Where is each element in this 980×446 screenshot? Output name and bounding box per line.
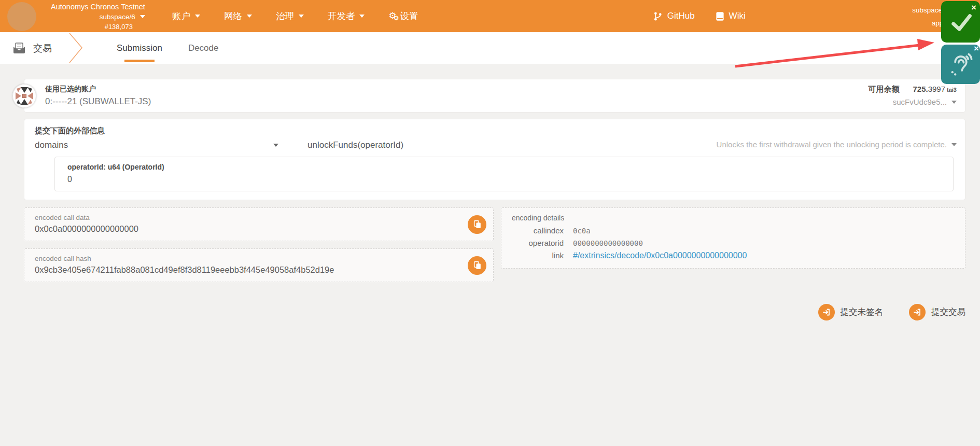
- hearing-icon: [947, 51, 974, 78]
- github-label: GitHub: [667, 11, 695, 21]
- balance-unit: tai3: [947, 87, 957, 93]
- param-value-input[interactable]: 0: [67, 175, 943, 184]
- caret-down-icon: [951, 143, 957, 146]
- extrinsic-section-label: 提交下面的外部信息: [35, 126, 957, 136]
- encoded-call-hash-value: 0x9cb3e405e674211fab88a081cd49ef8f3d8119…: [35, 265, 460, 275]
- encoded-column: encoded call data 0x0c0a0000000000000000…: [24, 207, 494, 282]
- caret-down-icon: [299, 15, 304, 18]
- runtime-label: subspace/6: [100, 12, 135, 22]
- encoding-details-box: encoding details callindex 0c0a operator…: [501, 207, 965, 269]
- copy-call-data-button[interactable]: [468, 215, 486, 234]
- nav-label: 设置: [400, 10, 418, 22]
- decode-link[interactable]: #/extrinsics/decode/0x0c0a00000000000000…: [573, 251, 747, 260]
- copy-call-hash-button[interactable]: [468, 256, 486, 275]
- encoded-call-data-box: encoded call data 0x0c0a0000000000000000: [24, 207, 494, 241]
- balance-fraction: 3997: [928, 85, 945, 93]
- section-label: 交易: [33, 42, 52, 54]
- tab-bar: 交易 Submission Decode: [0, 32, 980, 64]
- encoded-call-data-value: 0x0c0a0000000000000000: [35, 224, 460, 234]
- git-branch-icon: [653, 11, 663, 21]
- tab-submission[interactable]: Submission: [104, 32, 175, 64]
- submit-unsigned-button[interactable]: 提交未签名: [818, 304, 884, 320]
- chain-info[interactable]: Autonomys Chronos Testnet subspace/6 #13…: [51, 1, 145, 32]
- balance-integer: 725.: [913, 85, 928, 93]
- encoded-call-hash-label: encoded call hash: [35, 255, 460, 262]
- account-address-dropdown[interactable]: sucFvUdc9e5...: [893, 97, 957, 106]
- account-label: 使用已选的账户: [45, 85, 151, 94]
- method-description-dropdown[interactable]: Unlocks the first withdrawal given the u…: [717, 140, 957, 149]
- tab-label: Decode: [188, 43, 219, 53]
- close-icon[interactable]: ×: [971, 3, 976, 12]
- caret-down-icon: [247, 15, 252, 18]
- param-box: operatorId: u64 (OperatorId) 0: [54, 157, 954, 191]
- caret-down-icon: [951, 101, 957, 104]
- account-name: 0:-----21 (SUBWALLET-JS): [45, 96, 151, 107]
- account-info: 使用已选的账户 0:-----21 (SUBWALLET-JS): [45, 85, 151, 107]
- signin-icon: [818, 304, 835, 320]
- external-links: GitHub Wiki: [653, 11, 746, 21]
- nav-item-settings[interactable]: ⚙⚙ 设置: [388, 10, 418, 22]
- pallet-value: domains: [35, 140, 68, 150]
- runtime-version[interactable]: subspace/6: [100, 12, 145, 22]
- method-description: Unlocks the first withdrawal given the u…: [717, 140, 947, 149]
- caret-down-icon: [359, 15, 365, 18]
- github-link[interactable]: GitHub: [653, 11, 695, 21]
- balance-value: 725.3997tai3: [913, 85, 957, 93]
- gears-icon: ⚙⚙: [388, 10, 396, 22]
- nav-item-developer[interactable]: 开发者: [328, 10, 365, 22]
- signin-icon: [909, 304, 926, 320]
- detail-value-operatorid: 0000000000000000: [573, 239, 955, 247]
- nav-item-accounts[interactable]: 账户: [172, 10, 200, 22]
- main-content: 使用已选的账户 0:-----21 (SUBWALLET-JS) 可用余额 72…: [0, 64, 980, 320]
- pallet-select[interactable]: domains: [35, 140, 278, 150]
- nav-label: 网络: [224, 10, 242, 22]
- detail-value-callindex: 0c0a: [573, 227, 955, 235]
- submit-actions: 提交未签名 提交交易: [0, 304, 965, 320]
- nav-label: 治理: [276, 10, 294, 22]
- nav-label: 开发者: [328, 10, 355, 22]
- account-identicon[interactable]: [12, 84, 36, 108]
- detail-key-operatorid: operatorid: [512, 239, 564, 247]
- submit-unsigned-label: 提交未签名: [841, 306, 884, 318]
- tab-label: Submission: [117, 43, 162, 53]
- submit-transaction-label: 提交交易: [931, 306, 965, 318]
- method-value: unlockFunds(operatorId): [307, 140, 403, 150]
- encoded-outputs: encoded call data 0x0c0a0000000000000000…: [24, 207, 965, 282]
- copy-icon: [473, 220, 482, 229]
- caret-down-icon: [195, 15, 200, 18]
- submit-transaction-button[interactable]: 提交交易: [909, 304, 965, 320]
- encoded-call-hash-box: encoded call hash 0x9cb3e405e674211fab88…: [24, 248, 494, 282]
- caret-down-icon: [273, 144, 278, 147]
- extension-check-badge[interactable]: ×: [941, 1, 980, 43]
- detail-key-link: link: [512, 251, 564, 260]
- section-title: 交易: [12, 42, 52, 54]
- close-icon[interactable]: ×: [974, 44, 979, 53]
- main-nav: 账户 网络 治理 开发者 ⚙⚙ 设置: [172, 10, 418, 22]
- account-balance-block: 可用余额 725.3997tai3 sucFvUdc9e5...: [868, 85, 957, 107]
- wiki-label: Wiki: [729, 11, 746, 21]
- encoding-details-column: encoding details callindex 0c0a operator…: [501, 207, 965, 269]
- app-header: Autonomys Chronos Testnet subspace/6 #13…: [0, 0, 980, 32]
- network-logo[interactable]: [7, 2, 36, 31]
- wiki-link[interactable]: Wiki: [716, 11, 746, 21]
- encoded-call-data-label: encoded call data: [35, 214, 460, 221]
- block-number: #138,073: [105, 22, 133, 32]
- selected-account-card: 使用已选的账户 0:-----21 (SUBWALLET-JS) 可用余额 72…: [24, 79, 965, 113]
- tabs: Submission Decode: [104, 32, 231, 64]
- tab-decode[interactable]: Decode: [175, 32, 232, 64]
- account-address: sucFvUdc9e5...: [893, 97, 947, 106]
- detail-key-callindex: callindex: [512, 226, 564, 235]
- chain-name: Autonomys Chronos Testnet: [51, 2, 145, 12]
- nav-item-governance[interactable]: 治理: [276, 10, 304, 22]
- param-label: operatorId: u64 (OperatorId): [67, 163, 943, 171]
- mail-icon: [12, 43, 26, 54]
- nav-item-network[interactable]: 网络: [224, 10, 252, 22]
- method-select[interactable]: unlockFunds(operatorId): [307, 140, 403, 150]
- balance-label: 可用余额: [868, 85, 899, 94]
- book-icon: [716, 11, 724, 21]
- chevron-separator-icon: [67, 32, 85, 64]
- extension-hearing-badge[interactable]: ×: [941, 45, 980, 84]
- copy-icon: [473, 261, 482, 270]
- encoding-details-title: encoding details: [512, 214, 955, 222]
- nav-label: 账户: [172, 10, 190, 22]
